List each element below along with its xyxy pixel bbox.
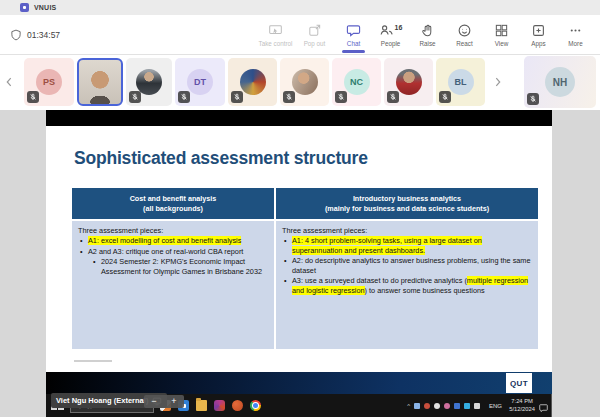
slide-footnote (74, 360, 112, 362)
chevron-right-icon (493, 76, 503, 88)
mic-muted-icon (231, 91, 243, 103)
apps-button[interactable]: Apps (520, 15, 557, 54)
tray-icon[interactable] (434, 403, 440, 409)
participant-tile-photo[interactable] (126, 58, 172, 106)
show-desktop-button[interactable] (551, 394, 552, 417)
slide-title: Sophisticated assessment structure (74, 148, 368, 169)
mic-muted-icon (335, 91, 347, 103)
take-control-label: Take control (259, 40, 293, 47)
intro-text: Three assessment pieces: (78, 226, 268, 235)
mic-muted-icon (129, 91, 141, 103)
more-button[interactable]: More (557, 15, 594, 54)
filmstrip-scroll-left[interactable] (2, 73, 16, 91)
table-body-cba: Three assessment pieces: A1: excel model… (72, 221, 274, 349)
people-label: People (381, 40, 401, 47)
meeting-timer: 01:34:57 (10, 15, 60, 54)
table-header-analytics: Introductory business analytics (mainly … (276, 188, 538, 219)
office-app-icon[interactable] (214, 400, 225, 411)
take-control-icon (268, 23, 283, 38)
mic-muted-icon (527, 93, 539, 105)
avatar (292, 69, 318, 95)
apps-label: Apps (531, 40, 545, 47)
zoom-in-button[interactable]: + (171, 397, 176, 406)
language-indicator[interactable]: ENG (489, 394, 502, 417)
meeting-toolbar: 01:34:57 Take control Pop out Chat 16 (0, 15, 600, 55)
file-explorer-icon[interactable] (196, 400, 207, 411)
react-button[interactable]: React (446, 15, 483, 54)
participant-tile-photo[interactable] (280, 58, 329, 106)
chat-button[interactable]: Chat (335, 15, 372, 54)
timer-value: 01:34:57 (27, 30, 60, 40)
mic-muted-icon (439, 91, 451, 103)
pop-out-button[interactable]: Pop out (296, 15, 333, 54)
toolbar-buttons: Take control Pop out Chat 16 People R (257, 15, 594, 54)
take-control-button[interactable]: Take control (257, 15, 294, 54)
action-center-icon[interactable] (538, 399, 549, 417)
pop-out-label: Pop out (304, 40, 326, 47)
tray-icon[interactable] (454, 403, 460, 409)
avatar (240, 69, 266, 95)
bullet-item: A1: 4 short problem-solving tasks, using… (282, 236, 532, 255)
clock-time: 7:24 PM (509, 398, 535, 406)
tray-icon[interactable] (444, 403, 450, 409)
bullet-item: A3: use a surveyed dataset to do predict… (282, 276, 532, 295)
participant-tile-nh[interactable]: NH (524, 56, 596, 108)
intro-text: Three assessment pieces: (282, 226, 532, 235)
people-count-badge: 16 (395, 24, 403, 31)
view-icon (494, 23, 509, 38)
teams-meeting-window: VNUIS 01:34:57 Take control Pop out Chat (0, 0, 600, 417)
window-titlebar: VNUIS (0, 0, 600, 15)
zoom-out-button[interactable]: − (151, 397, 156, 406)
mic-muted-icon (387, 91, 399, 103)
avatar: PS (36, 69, 62, 95)
qut-logo: QUT (506, 373, 532, 393)
view-button[interactable]: View (483, 15, 520, 54)
avatar (396, 69, 422, 95)
people-icon (379, 23, 394, 38)
mic-muted-icon (178, 91, 190, 103)
slide-footer-bar: QUT (46, 372, 552, 394)
tray-icon[interactable] (474, 403, 480, 409)
raise-label: Raise (419, 40, 435, 47)
powerpoint-icon[interactable] (232, 400, 243, 411)
bullet-item: A2: do descriptive analytics to answer b… (282, 256, 532, 275)
avatar: NC (344, 69, 370, 95)
avatar: DT (187, 69, 213, 95)
content-zoom-control: − + (144, 395, 184, 408)
participant-tile-active-video[interactable] (77, 58, 123, 106)
presentation-slide: Sophisticated assessment structure Cost … (46, 126, 552, 372)
assessment-table: Cost and benefit analysis (all backgroun… (72, 188, 538, 349)
clock-date: 5/12/2024 (509, 406, 535, 414)
bullet-item: A2 and A3: critique one of real-world CB… (78, 247, 268, 256)
react-label: React (456, 40, 472, 47)
participant-tile-nc[interactable]: NC (332, 58, 381, 106)
participant-tile-dt[interactable]: DT (175, 58, 225, 106)
presenter-name-text: Viet Ngu Hoang (External) (56, 396, 148, 405)
tray-icon[interactable] (414, 403, 420, 409)
tray-icon[interactable] (464, 403, 470, 409)
participant-tile-bl[interactable]: BL (436, 58, 485, 106)
teams-icon (20, 3, 29, 12)
bullet-item: 2024 Semester 2: KPMG's Economic Impact … (91, 257, 268, 276)
tray-icon[interactable] (424, 403, 430, 409)
react-icon (457, 23, 472, 38)
chrome-icon[interactable] (250, 400, 261, 411)
filmstrip-scroll-right[interactable] (491, 73, 505, 91)
participant-tile-photo[interactable] (384, 58, 433, 106)
tray-expand-icon[interactable]: ^ (407, 403, 410, 409)
mic-muted-icon (27, 91, 39, 103)
bullet-item: A1: excel modelling of cost and benefit … (78, 236, 268, 245)
shield-icon (10, 29, 22, 41)
more-icon (568, 23, 583, 38)
more-label: More (568, 40, 582, 47)
view-label: View (495, 40, 509, 47)
raise-hand-button[interactable]: Raise (409, 15, 446, 54)
people-button[interactable]: 16 People (372, 15, 409, 54)
taskbar-clock[interactable]: 7:24 PM 5/12/2024 (509, 394, 535, 417)
shared-screen-content: Sophisticated assessment structure Cost … (46, 110, 552, 417)
participant-tile-photo[interactable] (228, 58, 277, 106)
avatar: BL (448, 69, 474, 95)
participant-tile-ps[interactable]: PS (24, 58, 74, 106)
raise-hand-icon (420, 23, 435, 38)
pop-out-icon (307, 23, 322, 38)
